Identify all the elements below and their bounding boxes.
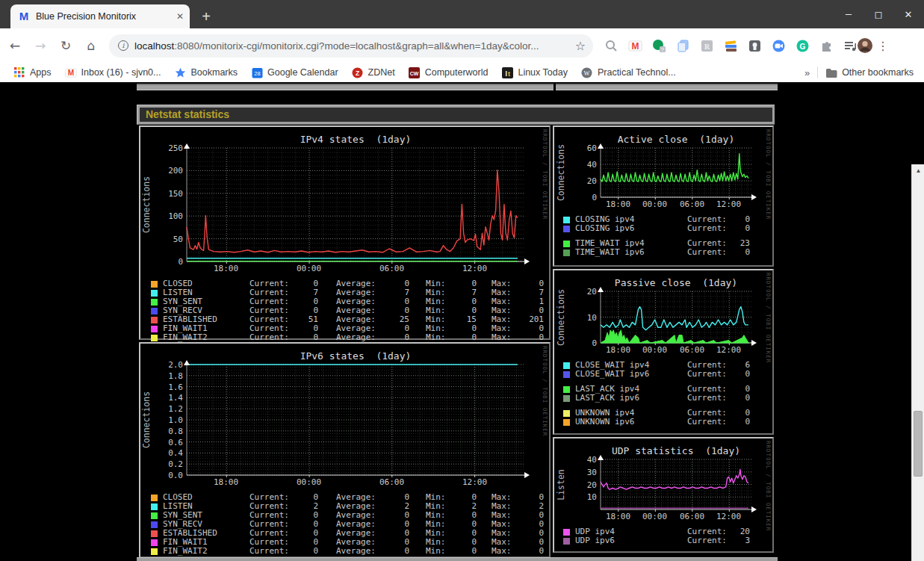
legend-row: LAST_ACK ipv6Current:0	[563, 394, 772, 403]
svg-text:R: R	[704, 42, 710, 50]
legend-swatch	[563, 217, 570, 223]
previous-section-box-edge	[556, 84, 778, 90]
bookmark-label: Google Calendar	[267, 67, 338, 78]
plot-area[interactable]	[601, 291, 751, 343]
x-axis-ticks: 18:0000:0006:0012:00	[601, 345, 751, 356]
legend-swatch	[151, 326, 158, 332]
bookmark-google-calendar[interactable]: 28Google Calendar	[251, 66, 338, 78]
legend-swatch	[563, 362, 570, 369]
keeper-extension-icon[interactable]	[747, 38, 762, 53]
minimize-button[interactable]: ─	[839, 4, 858, 24]
playlist-extension-icon[interactable]	[843, 38, 858, 53]
rrdtool-watermark: RRDTOOL / TOBI OETIKER	[765, 129, 772, 220]
bookmark-label: Linux Today	[518, 67, 568, 78]
plot-area[interactable]	[601, 148, 751, 197]
graph-ipv4-states[interactable]: RRDTOOL / TOBI OETIKERIPv4 states (1day)…	[139, 125, 551, 340]
bookmark-linux-today[interactable]: ltLinux Today	[501, 66, 568, 78]
home-icon[interactable]: ⌂	[81, 35, 102, 56]
legend-row: TIME_WAIT ipv6Current:0	[563, 248, 772, 257]
bookmark-zdnet[interactable]: ZZDNet	[352, 66, 395, 78]
x-axis-ticks: 18:0000:0006:0012:00	[187, 477, 524, 489]
legend-swatch	[151, 512, 158, 519]
scrollbar-thumb[interactable]	[914, 411, 923, 477]
bookmark-label: Apps	[30, 67, 52, 78]
puzzle-extension-icon[interactable]	[819, 38, 834, 53]
legend-swatch	[151, 521, 158, 528]
zdnet-icon: Z	[352, 66, 364, 78]
legend-swatch	[563, 410, 570, 417]
legend-row: FIN_WAIT2Current:0Average:0Min:0Max:0	[151, 333, 549, 342]
legend-swatch	[563, 249, 570, 256]
titlebar: M Blue Precision Monitorix ✕ + ─ ◻ ✕	[0, 0, 924, 28]
plot-area[interactable]	[187, 365, 524, 475]
bookmark-computerworld[interactable]: CWComputerworld	[409, 66, 489, 78]
browser-tab[interactable]: M Blue Precision Monitorix ✕	[10, 4, 190, 28]
graph-passive-close[interactable]: RRDTOOL / TOBI OETIKERPassive close (1da…	[553, 269, 774, 435]
bookmark-label: ZDNet	[368, 67, 395, 78]
rrdtool-watermark: RRDTOOL / TOBI OETIKER	[542, 129, 548, 220]
url-text[interactable]: localhost:8080/monitorix-cgi/monitorix.c…	[134, 40, 569, 52]
address-bar[interactable]: i localhost:8080/monitorix-cgi/monitorix…	[109, 34, 593, 58]
folder-icon	[825, 66, 837, 78]
legend-row: CLOSE_WAIT ipv6Current:0	[563, 370, 772, 379]
bookmark-star-icon[interactable]: ☆	[575, 39, 586, 53]
close-button[interactable]: ✕	[899, 4, 918, 24]
new-tab-button[interactable]: +	[196, 6, 217, 27]
bookmark-apps[interactable]: Apps	[13, 66, 52, 78]
plot-area[interactable]	[187, 148, 524, 261]
copy-extension-icon[interactable]	[675, 38, 690, 53]
graph-legend: CLOSEDCurrent:0Average:0Min:0Max:0LISTEN…	[151, 279, 549, 342]
star-icon	[175, 66, 187, 78]
graph-udp-statistics[interactable]: RRDTOOL / TOBI OETIKERUDP statistics (1d…	[553, 437, 774, 553]
legend-swatch	[151, 548, 158, 555]
graph-active-close[interactable]: RRDTOOL / TOBI OETIKERActive close (1day…	[553, 125, 774, 267]
y-axis-label: Connections	[554, 291, 568, 343]
back-icon[interactable]: ←	[4, 35, 25, 56]
url-host: localhost	[134, 40, 174, 52]
profile-avatar[interactable]	[858, 38, 872, 53]
legend-swatch	[563, 371, 570, 378]
legend-swatch	[151, 308, 158, 314]
reload-icon[interactable]: ↻	[55, 35, 76, 56]
legend-swatch	[563, 241, 570, 247]
page-scrollbar[interactable]: ▲ ▼	[911, 164, 924, 561]
legend-swatch	[563, 386, 570, 393]
tab-close-icon[interactable]: ✕	[176, 11, 184, 22]
wp-icon: W	[581, 66, 593, 78]
forward-icon[interactable]: →	[30, 35, 51, 56]
legend-swatch	[563, 538, 570, 545]
scroll-up-icon[interactable]: ▲	[912, 164, 924, 176]
svg-text:Z: Z	[356, 69, 359, 77]
voice-extension-icon[interactable]: ?	[651, 38, 666, 53]
bookmarks-overflow-icon[interactable]: »	[804, 67, 810, 78]
legend-swatch	[151, 290, 158, 297]
other-bookmarks-button[interactable]: Other bookmarks	[825, 66, 914, 78]
reader-extension-icon[interactable]: R	[699, 38, 714, 53]
legend-swatch	[151, 335, 158, 341]
maximize-button[interactable]: ◻	[869, 4, 888, 24]
bookmark-bookmarks[interactable]: Bookmarks	[175, 66, 238, 78]
plot-area[interactable]	[601, 459, 751, 509]
chrome-menu-icon[interactable]: ⋮	[877, 39, 889, 53]
bookmark-inbox-16-sjvn0-[interactable]: MInbox (16) - sjvn0...	[65, 66, 161, 78]
rrdtool-watermark: RRDTOOL / TOBI OETIKER	[542, 346, 548, 436]
page-info-icon[interactable]: i	[118, 40, 128, 51]
bookmark-practical-technol-[interactable]: WPractical Technol...	[581, 66, 676, 78]
y-axis-ticks: 0.00.20.40.60.81.01.21.41.61.82.0	[152, 365, 187, 475]
section-title: Netstat statistics	[140, 108, 772, 122]
svg-text:CW: CW	[410, 70, 419, 75]
gmail-extension-icon[interactable]: M	[627, 38, 642, 53]
rrdtool-watermark: RRDTOOL / TOBI OETIKER	[765, 441, 772, 531]
y-axis-label: Connections	[140, 148, 152, 261]
legend-swatch	[563, 529, 570, 536]
legend-row: CLOSING ipv6Current:0	[563, 224, 772, 233]
graph-legend: CLOSING ipv4Current:0CLOSING ipv6Current…	[563, 215, 772, 257]
svg-text:?: ?	[661, 46, 664, 52]
graph-ipv6-states[interactable]: RRDTOOL / TOBI OETIKERIPv6 states (1day)…	[139, 342, 551, 558]
zoomcam-extension-icon[interactable]	[771, 38, 786, 53]
bookmarks-divider	[817, 66, 818, 78]
search-extension-icon[interactable]	[604, 38, 618, 53]
graph-title: Passive close (1day)	[601, 277, 751, 288]
books-extension-icon[interactable]	[723, 38, 738, 53]
grammarly-extension-icon[interactable]: G	[795, 38, 810, 53]
